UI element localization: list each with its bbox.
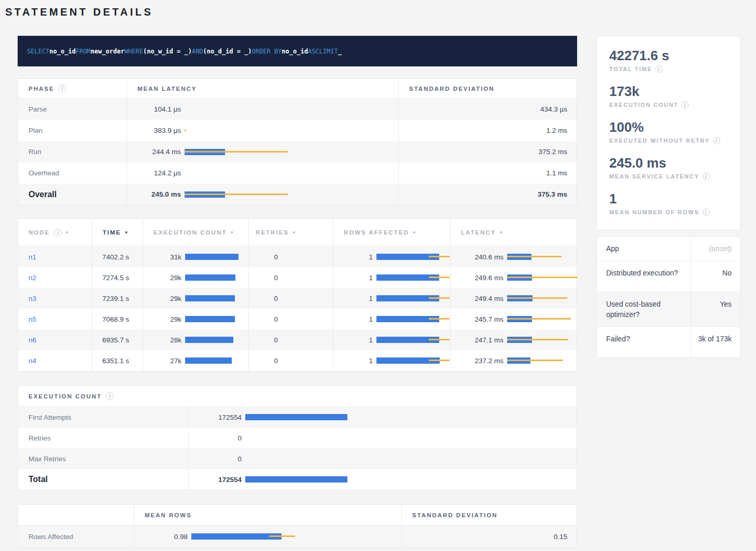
- mean-latency-bar: [185, 149, 398, 155]
- mean-latency-value: 245.0 ms: [137, 190, 181, 198]
- stat-label: EXECUTION COUNTi: [609, 101, 727, 108]
- sql-identifier: (no_d_id = _): [203, 48, 252, 55]
- node-info-icon[interactable]: i: [54, 229, 62, 237]
- stddev-value: 1.1 ms: [546, 169, 567, 177]
- execution-count-value: 29k: [153, 274, 181, 282]
- col-header-blank: [18, 505, 134, 525]
- rows-affected-label: Rows Affected: [29, 533, 73, 541]
- stddev-line: [507, 360, 563, 361]
- execution-count-value: 27k: [153, 357, 181, 365]
- time-cell: 7402.2 s: [92, 246, 143, 267]
- bar-blue: [191, 533, 282, 540]
- execution-count-value: 0: [199, 455, 242, 463]
- retries-cell: 0: [248, 246, 333, 267]
- node-link[interactable]: n6: [29, 336, 36, 344]
- phase-name: Plan: [29, 127, 43, 134]
- stat-info-icon[interactable]: i: [703, 173, 710, 180]
- rows-affected-bar: [376, 316, 450, 322]
- col-header-node[interactable]: NODE i ▼: [18, 219, 92, 246]
- col-header-latency[interactable]: LATENCY ▼: [450, 219, 578, 246]
- latency-bar: [507, 274, 578, 281]
- latency-bar: [507, 254, 578, 260]
- stddev-cell: 375.2 ms: [398, 141, 578, 162]
- node-link[interactable]: n1: [29, 253, 36, 261]
- bar-blue: [185, 316, 235, 322]
- node-row: n46351.1 s27k01237.2 ms: [18, 350, 577, 371]
- time-cell: 7239.1 s: [92, 288, 143, 309]
- col-header-retries[interactable]: RETRIES ▼: [248, 219, 333, 246]
- node-link[interactable]: n4: [29, 357, 36, 365]
- rows-affected-cell: 1: [333, 246, 450, 267]
- rows-affected-table: MEAN ROWS STANDARD DEVIATION Rows Affect…: [18, 504, 577, 548]
- sql-identifier: new_order: [91, 48, 124, 55]
- execution-count-bar: [185, 254, 248, 260]
- statement-attributes-card: App(unset)Distributed execution?NoUsed c…: [596, 236, 740, 358]
- col-header-mean-rows: MEAN ROWS: [134, 505, 401, 525]
- mean-latency-cell: 124.2 µs: [127, 162, 398, 184]
- stat-info-icon[interactable]: i: [713, 137, 720, 144]
- bar-blue: [185, 357, 232, 364]
- latency-value: 249.4 ms: [461, 295, 503, 302]
- sql-identifier: (no_w_id = _): [143, 48, 192, 55]
- rows-affected-cell: 1: [333, 329, 450, 350]
- node-link[interactable]: n2: [29, 274, 36, 282]
- stat-info-icon[interactable]: i: [681, 101, 689, 108]
- stddev-line: [185, 151, 288, 153]
- stddev-value: 434.3 µs: [540, 105, 567, 113]
- time-value: 7068.9 s: [102, 315, 129, 323]
- node-link[interactable]: n3: [29, 295, 36, 302]
- phase-name-cell: Plan: [18, 120, 127, 141]
- stddev-cell: 1.2 ms: [398, 120, 578, 141]
- rows-affected-value: 1: [344, 357, 373, 365]
- bar-blue: [185, 254, 239, 260]
- stat-execution-count: 173kEXECUTION COUNTi: [609, 84, 727, 108]
- stddev-line: [429, 360, 450, 361]
- col-header-standard-deviation: STANDARD DEVIATION: [398, 79, 578, 98]
- stat-value: 245.0 ms: [609, 155, 727, 171]
- node-link[interactable]: n5: [29, 315, 36, 323]
- phase-name-cell: Overhead: [18, 162, 127, 184]
- col-header-execution-count[interactable]: EXECUTION COUNT ▼: [143, 219, 248, 246]
- execution-count-table: EXECUTION COUNT i First Attempts172554Re…: [18, 385, 577, 490]
- phase-name-cell: Run: [18, 141, 127, 162]
- col-header-rows-affected[interactable]: ROWS AFFECTED ▼: [333, 219, 450, 246]
- latency-bar: [507, 316, 578, 322]
- attribute-value: No: [691, 261, 740, 292]
- latency-cell: 240.6 ms: [450, 246, 578, 267]
- latency-cell: 247.1 ms: [450, 329, 578, 350]
- rows-affected-label-cell: Rows Affected: [18, 526, 134, 547]
- latency-value: 237.2 ms: [461, 357, 503, 365]
- stat-info-icon[interactable]: i: [703, 209, 710, 216]
- stat-label: EXECUTED WITHOUT RETRYi: [609, 137, 727, 144]
- sql-statement: SELECT no_o_id FROM new_order WHERE (no_…: [18, 36, 577, 66]
- stat-info-icon[interactable]: i: [655, 65, 663, 73]
- col-header-time[interactable]: TIME ▼: [92, 219, 143, 246]
- execution-count-cell: 29k: [143, 309, 248, 329]
- node-row: n17402.2 s31k01240.6 ms: [18, 246, 577, 267]
- phase-table-header: PHASE i MEAN LATENCY STANDARD DEVIATION: [18, 79, 577, 99]
- sql-keyword: ASC: [308, 48, 319, 55]
- rows-affected-bar: [376, 254, 450, 260]
- execution-count-bar: [185, 274, 248, 281]
- sort-arrow-rows-affected: ▼: [412, 230, 416, 235]
- stat-label: MEAN NUMBER OF ROWSi: [609, 209, 727, 216]
- execution-count-value-cell: 172554: [188, 469, 578, 490]
- stat-value: 1: [609, 191, 727, 206]
- phase-row: Overhead124.2 µs1.1 ms: [18, 162, 577, 184]
- execution-count-info-icon[interactable]: i: [106, 392, 114, 400]
- rows-affected-value: 1: [344, 295, 373, 302]
- node-row: n66935.7 s28k01247.1 ms: [18, 329, 577, 350]
- latency-cell: 245.7 ms: [450, 309, 578, 329]
- time-value: 6935.7 s: [102, 336, 129, 344]
- retries-cell: 0: [248, 288, 333, 309]
- attribute-row-app: App(unset): [597, 237, 740, 260]
- rows-stddev-cell: 0.15: [401, 526, 578, 547]
- retries-cell: 0: [248, 309, 333, 329]
- sort-arrow-execution-count: ▼: [230, 230, 234, 235]
- execution-count-label-cell: First Attempts: [18, 407, 188, 428]
- stddev-value: 375.3 ms: [538, 190, 567, 198]
- phase-name: Run: [29, 148, 41, 156]
- execution-count-bar: [245, 435, 578, 441]
- summary-stats-card: 42271.6 sTOTAL TIMEi173kEXECUTION COUNTi…: [596, 36, 740, 230]
- phase-info-icon[interactable]: i: [59, 85, 66, 92]
